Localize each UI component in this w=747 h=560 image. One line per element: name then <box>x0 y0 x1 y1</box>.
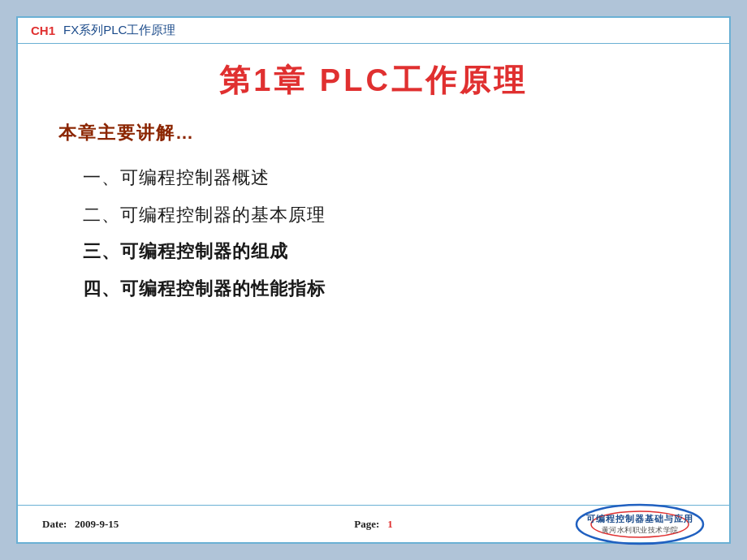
chapter-intro: 本章主要讲解… <box>58 121 689 145</box>
logo-oval: 可编程控制器基础与应用 黄河水利职业技术学院 <box>575 503 705 545</box>
footer-logo: 可编程控制器基础与应用 黄河水利职业技术学院 <box>484 503 705 545</box>
date-value: 2009-9-15 <box>75 518 119 530</box>
items-list: 一、可编程控制器概述 二、可编程控制器的基本原理 三、可编程控制器的组成 四、可… <box>58 162 689 304</box>
logo-line2: 黄河水利职业技术学院 <box>586 525 693 536</box>
header-bar: CH1 FX系列PLC工作原理 <box>18 18 729 44</box>
slide-container: CH1 FX系列PLC工作原理 第1章 PLC工作原理 本章主要讲解… 一、可编… <box>16 16 731 544</box>
page-number: 1 <box>387 518 393 530</box>
list-item: 四、可编程控制器的性能指标 <box>83 273 689 305</box>
list-item: 二、可编程控制器的基本原理 <box>83 199 689 231</box>
page-label: Page: <box>354 518 379 530</box>
logo-line1: 可编程控制器基础与应用 <box>586 513 693 525</box>
logo-text: 可编程控制器基础与应用 黄河水利职业技术学院 <box>586 513 693 536</box>
header-title: FX系列PLC工作原理 <box>63 23 175 38</box>
footer-page: Page: 1 <box>263 518 484 531</box>
list-item: 一、可编程控制器概述 <box>83 162 689 194</box>
footer-date: Date: 2009-9-15 <box>42 518 263 531</box>
list-item: 三、可编程控制器的组成 <box>83 235 689 268</box>
footer: Date: 2009-9-15 Page: 1 可编程控制器基础与应用 黄河水利… <box>18 505 729 542</box>
main-title: 第1章 PLC工作原理 <box>58 60 689 101</box>
date-label: Date: <box>42 518 67 530</box>
slide-content: 第1章 PLC工作原理 本章主要讲解… 一、可编程控制器概述 二、可编程控制器的… <box>18 44 729 542</box>
chapter-code: CH1 <box>31 24 55 37</box>
